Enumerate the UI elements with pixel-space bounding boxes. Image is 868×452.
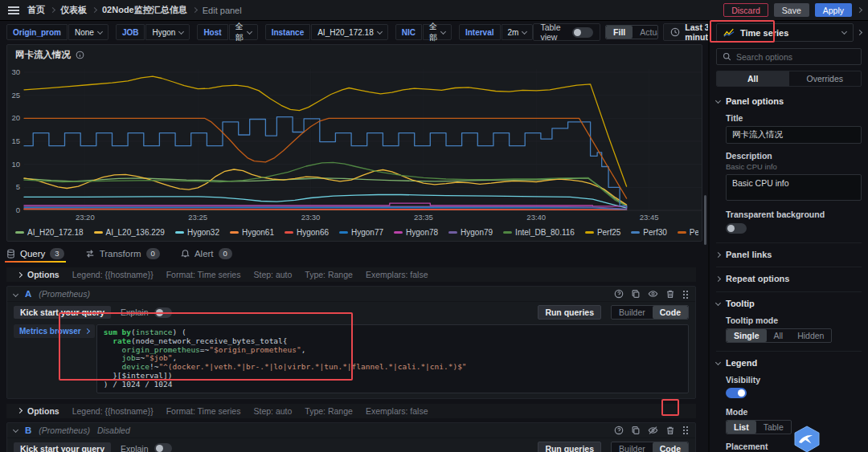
show-query-icon-disabled[interactable] [648,426,658,435]
legend-item[interactable]: Perf25 [585,228,620,237]
apply-button[interactable]: Apply [815,3,852,17]
hide-query-icon[interactable] [648,289,658,299]
legend-item[interactable]: AI_H20_172.18 [15,228,84,237]
floating-bird-app-icon[interactable] [792,426,822,452]
variable-value-dropdown[interactable]: AI_H20_172.18 [311,24,388,40]
collapse-sidebar-icon[interactable] [857,30,862,35]
save-button[interactable]: Save [774,3,809,17]
legend-item[interactable]: Intel_DB_80.116 [503,228,575,237]
visualization-picker[interactable]: Time series [716,23,854,42]
panel-options-header[interactable]: Panel options [716,96,862,106]
transparent-background-toggle[interactable] [726,223,747,234]
discard-button[interactable]: Discard [723,3,768,17]
run-queries-button[interactable]: Run queries [538,305,601,320]
legend-item[interactable]: Hygon66 [285,228,329,237]
table-view-toggle[interactable] [572,27,593,38]
kick-start-button[interactable]: Kick start your query [14,442,111,452]
variable-label[interactable]: JOB [116,24,145,40]
options-label: Options [27,270,59,279]
promql-code-a[interactable]: sum by(instance) ( rate(node_network_rec… [96,324,689,393]
panel-links-section[interactable]: Panel links [716,242,862,259]
breadcrumb-dashboard-name[interactable]: 02Node监控汇总信息 [102,4,187,16]
metrics-browser-button[interactable]: Metrics browser [14,324,95,338]
scrollbar[interactable] [704,195,706,245]
breadcrumb-separator-icon [192,7,198,13]
hamburger-menu-icon[interactable] [8,6,19,14]
variable-value-dropdown[interactable]: 2m [502,24,534,40]
query-options-row[interactable]: Options Legend: {{hostname}} Format: Tim… [6,404,696,418]
query-ref[interactable]: A [25,289,31,299]
repeat-options-section[interactable]: Repeat options [716,267,862,283]
option-exemplars: Exemplars: false [366,270,428,279]
explain-label: Explain [121,444,148,452]
query-help-icon[interactable] [614,289,624,299]
duplicate-query-icon[interactable] [631,289,641,299]
actual-option[interactable]: Actual [633,26,658,39]
breadcrumb-home[interactable]: 首页 [27,4,45,16]
run-queries-button[interactable]: Run queries [538,442,601,452]
legend-list-option[interactable]: List [727,421,756,434]
legend-item[interactable]: Perf30 [631,228,666,237]
panel-title-input[interactable] [726,126,862,144]
panel-title: 网卡流入情况 [15,49,71,61]
tab-overrides[interactable]: Overrides [789,71,862,86]
panel-description-input[interactable]: Basic CPU info [726,174,862,201]
query-b-header[interactable]: B (Prometheus) Disabled [7,423,695,438]
legend-table-option[interactable]: Table [756,421,791,434]
legend-item[interactable]: Hygon78 [394,228,438,237]
code-option[interactable]: Code [653,442,688,452]
delete-query-icon[interactable] [665,289,675,299]
query-help-icon[interactable] [614,426,624,435]
variable-label[interactable]: Host [197,24,227,40]
variable-label[interactable]: NIC [395,24,422,40]
svg-text:23:35: 23:35 [414,213,433,222]
variable-value-dropdown[interactable]: None [68,24,108,40]
tooltip-all-option[interactable]: All [767,329,791,342]
tooltip-hidden-option[interactable]: Hidden [790,329,831,342]
tooltip-header[interactable]: Tooltip [716,299,862,308]
legend-header[interactable]: Legend [716,358,862,368]
variable-value-dropdown[interactable]: Hygon [145,24,190,40]
variable-value-dropdown[interactable]: 全部 [229,24,258,40]
info-icon[interactable] [76,51,84,59]
tab-alert[interactable]: Alert 0 [181,245,232,263]
code-option[interactable]: Code [653,306,688,319]
editor-tabs: Query 3 Transform 0 Alert 0 [6,245,696,263]
chevron-right-icon[interactable] [857,7,862,13]
legend-mode-label: Mode [726,407,862,417]
drag-handle[interactable] [682,426,689,434]
builder-option[interactable]: Builder [612,306,653,319]
section-title: Panel links [726,250,772,259]
legend-item[interactable]: Hygon79 [448,228,493,237]
chevron-down-icon[interactable] [13,427,18,433]
variable-label[interactable]: Interval [459,24,501,40]
query-ref[interactable]: B [25,426,31,435]
variable-label[interactable]: Origin_prom [6,24,68,40]
breadcrumb-dashboards[interactable]: 仪表板 [60,4,87,16]
explain-toggle[interactable] [154,307,172,318]
tooltip-single-option[interactable]: Single [727,329,767,342]
variable-Host: Host全部 [197,24,257,40]
variable-value-dropdown[interactable]: 全部 [423,24,452,40]
kick-start-button[interactable]: Kick start your query [14,306,111,319]
delete-query-icon[interactable] [665,426,675,435]
tab-query[interactable]: Query 3 [6,245,64,263]
legend-visibility-toggle[interactable] [726,388,747,398]
drag-handle[interactable] [682,290,689,299]
builder-option[interactable]: Builder [612,442,653,452]
query-a-header[interactable]: A (Prometheus) [7,287,695,302]
variable-label[interactable]: Instance [265,24,311,40]
duplicate-query-icon[interactable] [631,426,641,435]
explain-toggle[interactable] [154,443,172,452]
legend-item[interactable]: Perf31 [678,228,698,237]
search-options-input[interactable] [736,52,855,62]
legend-item[interactable]: Hygon61 [230,228,274,237]
legend-item[interactable]: AI_L20_136.229 [94,228,165,237]
chevron-down-icon[interactable] [13,291,18,296]
legend-item[interactable]: Hygon32 [175,228,219,237]
query-options-row[interactable]: Options Legend: {{hostname}} Format: Tim… [6,267,696,282]
tab-all[interactable]: All [717,71,789,86]
fill-option[interactable]: Fill [606,26,633,39]
legend-item[interactable]: Hygon77 [339,228,383,237]
tab-transform[interactable]: Transform 0 [85,245,160,263]
